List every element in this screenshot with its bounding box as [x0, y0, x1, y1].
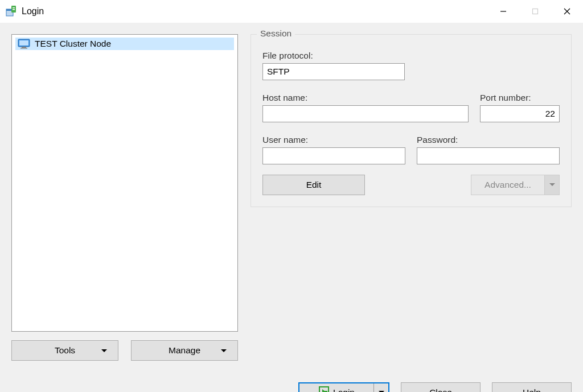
tools-button[interactable]: Tools: [11, 340, 118, 361]
login-label: Login: [333, 387, 355, 392]
manage-button[interactable]: Manage: [131, 340, 238, 361]
svg-rect-12: [20, 48, 27, 49]
left-button-row: Tools Manage: [11, 340, 238, 361]
advanced-label: Advanced...: [485, 180, 531, 190]
file-protocol-value: SFTP: [267, 67, 290, 77]
port-number-label: Port number:: [480, 93, 560, 103]
password-label: Password:: [417, 135, 560, 145]
login-button-group: Login: [298, 382, 389, 392]
session-group-title: Session: [257, 28, 295, 39]
close-button[interactable]: Close: [401, 382, 481, 392]
port-number-value: 22: [545, 109, 555, 119]
help-button[interactable]: Help: [492, 382, 572, 392]
svg-rect-6: [533, 9, 538, 14]
minimize-button[interactable]: [487, 0, 519, 23]
svg-rect-11: [22, 47, 26, 48]
login-window: Login: [0, 0, 583, 392]
edit-label: Edit: [306, 180, 322, 190]
help-label: Help: [523, 387, 541, 392]
host-column: Host name:: [262, 93, 469, 122]
host-name-input[interactable]: [262, 105, 469, 122]
titlebar: Login: [0, 0, 583, 23]
host-port-row: Host name: Port number: 22: [262, 93, 560, 122]
advanced-button: Advanced...: [471, 175, 545, 195]
file-protocol-label: File protocol:: [262, 51, 560, 61]
app-icon: [6, 6, 17, 17]
chevron-down-icon: [101, 345, 108, 356]
session-groupbox: Session File protocol: SFTP Host name:: [251, 34, 572, 207]
maximize-button: [519, 0, 551, 23]
password-column: Password:: [417, 135, 560, 164]
password-input[interactable]: [417, 147, 560, 164]
right-column: Session File protocol: SFTP Host name:: [251, 34, 572, 361]
manage-label: Manage: [169, 345, 200, 356]
window-title: Login: [22, 6, 487, 16]
bottom-buttons-row: Login Close Help: [0, 361, 583, 392]
file-protocol-row: File protocol: SFTP: [262, 51, 560, 80]
user-pass-row: User name: Password:: [262, 135, 560, 164]
chevron-down-icon: [220, 345, 227, 356]
site-item-label: TEST Cluster Node: [35, 39, 111, 49]
left-column: TEST Cluster Node Tools Manage: [11, 34, 238, 361]
edit-button[interactable]: Edit: [262, 175, 365, 195]
session-action-row: Edit Advanced...: [262, 175, 560, 195]
monitor-icon: [18, 39, 30, 49]
user-name-label: User name:: [262, 135, 405, 145]
window-controls: [487, 0, 583, 23]
host-name-label: Host name:: [262, 93, 469, 103]
port-number-input[interactable]: 22: [480, 105, 560, 122]
svg-rect-3: [13, 7, 15, 9]
close-label: Close: [429, 387, 452, 392]
port-column: Port number: 22: [480, 93, 560, 122]
user-name-input[interactable]: [262, 147, 405, 164]
tools-label: Tools: [55, 345, 75, 356]
file-protocol-combobox[interactable]: SFTP: [262, 63, 405, 80]
advanced-button-group: Advanced...: [471, 175, 560, 195]
site-list[interactable]: TEST Cluster Node: [11, 34, 238, 332]
username-column: User name:: [262, 135, 405, 164]
login-button[interactable]: Login: [299, 383, 373, 392]
svg-rect-10: [19, 40, 28, 46]
login-icon: [318, 386, 330, 392]
close-window-button[interactable]: [551, 0, 583, 23]
content-area: TEST Cluster Node Tools Manage: [0, 23, 583, 361]
login-dropdown-button[interactable]: [373, 383, 388, 392]
advanced-dropdown-button: [545, 175, 560, 195]
site-item[interactable]: TEST Cluster Node: [15, 38, 234, 50]
svg-rect-4: [13, 9, 15, 10]
